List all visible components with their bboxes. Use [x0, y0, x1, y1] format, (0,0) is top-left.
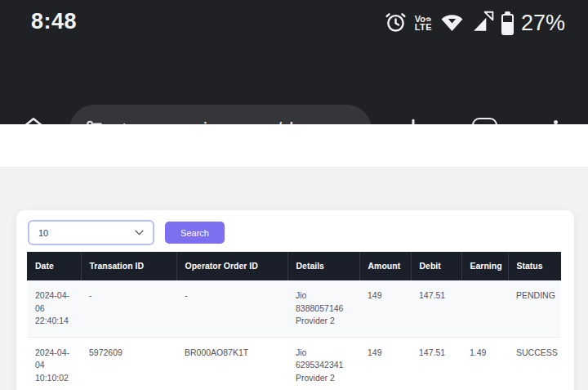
cell-operator-order-id: - — [176, 280, 287, 337]
col-status: Status — [508, 252, 561, 280]
alarm-icon — [384, 10, 408, 37]
battery-icon — [501, 11, 514, 35]
rows-per-page-value: 10 — [38, 228, 48, 238]
cell-transaction-id: 5972609 — [81, 337, 176, 390]
clock-time: 8:48 — [31, 9, 77, 34]
cell-earning: 1.49 — [461, 337, 508, 390]
signal-icon — [471, 10, 494, 36]
browser-chrome: 8:48 Vo LTE — [0, 0, 588, 124]
cell-details: Jio 6295342341 Provider 2 — [287, 337, 359, 390]
cell-date: 2024-04-04 10:10:02 — [27, 337, 81, 390]
cell-date: 2024-04-06 22:40:14 — [27, 280, 81, 337]
rows-per-page-select[interactable]: 10 — [28, 220, 154, 245]
recharge-history-table: Date Transation ID Operator Order ID Det… — [27, 252, 561, 390]
browser-toolbar: rtpanservice.com/das 2 — [0, 46, 588, 124]
cell-amount: 149 — [359, 337, 411, 390]
select-chevron-icon — [135, 230, 144, 235]
battery-percent: 27% — [521, 11, 565, 36]
title-bar: Prepaid Recharge History / Prepaid Recha… — [0, 168, 588, 210]
status-bar: 8:48 Vo LTE — [0, 0, 588, 46]
cell-amount: 149 — [359, 280, 411, 337]
col-date: Date — [27, 252, 81, 280]
cell-earning — [461, 280, 508, 337]
cell-status: PENDING — [508, 280, 561, 337]
app-header: Soumen paul RETAILER SOUME13717 — [0, 124, 588, 168]
col-transaction-id: Transation ID — [81, 252, 176, 280]
col-operator-order-id: Operator Order ID — [176, 252, 287, 280]
volte-icon: Vo LTE — [415, 15, 433, 31]
table-header-row: Date Transation ID Operator Order ID Det… — [27, 252, 561, 280]
col-details: Details — [287, 252, 359, 280]
table-row: 2024-04-04 10:10:02 5972609 BR000AO87K1T… — [27, 337, 561, 390]
cell-transaction-id: - — [81, 280, 176, 337]
cell-debit: 147.51 — [411, 337, 461, 390]
history-card: 10 Search Date Transation ID Operator Or… — [16, 210, 574, 390]
table-row: 2024-04-06 22:40:14 - - Jio 8388057146 P… — [27, 280, 561, 337]
col-amount: Amount — [359, 252, 411, 280]
col-debit: Debit — [411, 252, 461, 280]
col-earning: Earning — [461, 252, 508, 280]
cell-debit: 147.51 — [411, 280, 461, 337]
cell-operator-order-id: BR000AO87K1T — [176, 337, 287, 390]
cell-status: SUCCESS — [508, 337, 561, 390]
wifi-icon — [440, 10, 464, 37]
cell-details: Jio 8388057146 Provider 2 — [287, 280, 359, 337]
search-button[interactable]: Search — [165, 222, 225, 244]
